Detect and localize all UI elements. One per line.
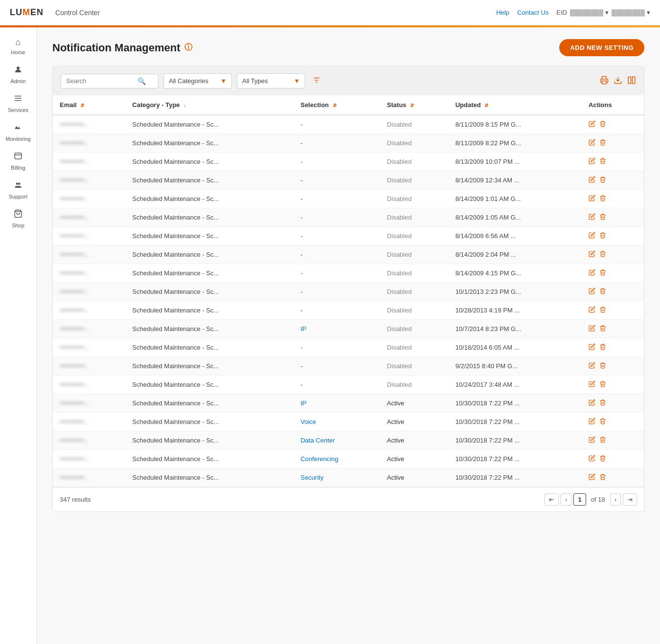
cell-status: Disabled bbox=[380, 134, 449, 153]
edit-icon[interactable] bbox=[589, 269, 595, 277]
sort-category-icon: ↓ bbox=[183, 103, 186, 108]
download-icon[interactable] bbox=[614, 76, 622, 87]
selection-link[interactable]: IP bbox=[300, 325, 306, 333]
table-row: ••••••••••••... Scheduled Maintenance - … bbox=[53, 431, 644, 450]
cell-updated: 10/18/2014 6:05 AM ... bbox=[449, 338, 582, 357]
edit-icon[interactable] bbox=[589, 157, 595, 166]
cell-email: ••••••••••••... bbox=[53, 208, 125, 227]
eid-dropdown[interactable]: ████████ ▾ bbox=[570, 9, 609, 16]
sidebar-item-monitoring[interactable]: Monitoring bbox=[0, 118, 36, 147]
col-selection[interactable]: Selection ⇵ bbox=[294, 95, 380, 115]
selection-link[interactable]: Data Center bbox=[300, 437, 335, 444]
cell-updated: 10/1/2013 2:23 PM G... bbox=[449, 283, 582, 301]
sidebar-item-shop[interactable]: Shop bbox=[0, 204, 36, 233]
edit-icon[interactable] bbox=[589, 213, 595, 222]
selection-link[interactable]: Security bbox=[300, 474, 323, 481]
edit-icon[interactable] bbox=[589, 139, 595, 147]
delete-icon[interactable] bbox=[599, 399, 606, 407]
delete-icon[interactable] bbox=[599, 288, 606, 296]
columns-icon[interactable] bbox=[627, 76, 636, 87]
delete-icon[interactable] bbox=[599, 436, 606, 444]
edit-icon[interactable] bbox=[589, 362, 595, 370]
delete-icon[interactable] bbox=[599, 213, 606, 222]
cell-status: Disabled bbox=[380, 190, 449, 208]
col-updated[interactable]: Updated ⇵ bbox=[449, 95, 582, 115]
selection-link[interactable]: Voice bbox=[300, 418, 316, 425]
cell-selection: - bbox=[294, 190, 380, 208]
print-icon[interactable] bbox=[600, 76, 609, 87]
edit-icon[interactable] bbox=[589, 288, 595, 296]
cell-category-type: Scheduled Maintenance - Sc... bbox=[125, 171, 294, 190]
sidebar-item-billing[interactable]: Billing bbox=[0, 147, 36, 176]
add-new-setting-button[interactable]: ADD NEW SETTING bbox=[559, 39, 644, 56]
cell-actions bbox=[582, 301, 644, 320]
help-circle-icon[interactable]: ⓘ bbox=[184, 43, 192, 53]
edit-icon[interactable] bbox=[589, 436, 595, 444]
delete-icon[interactable] bbox=[599, 139, 606, 147]
edit-icon[interactable] bbox=[589, 343, 595, 352]
delete-icon[interactable] bbox=[599, 380, 606, 389]
sidebar-item-home[interactable]: ⌂ Home bbox=[0, 32, 36, 60]
shop-icon bbox=[14, 209, 23, 221]
delete-icon[interactable] bbox=[599, 362, 606, 370]
cell-category-type: Scheduled Maintenance - Sc... bbox=[125, 264, 294, 283]
delete-icon[interactable] bbox=[599, 269, 606, 277]
cell-email: ••••••••••••... bbox=[53, 376, 125, 394]
cell-selection: - bbox=[294, 338, 380, 357]
col-status[interactable]: Status ⇵ bbox=[380, 95, 449, 115]
sidebar-item-services[interactable]: Services bbox=[0, 89, 36, 118]
delete-icon[interactable] bbox=[599, 195, 606, 203]
contact-link[interactable]: Contact Us bbox=[517, 9, 548, 16]
status-value: Active bbox=[387, 418, 404, 425]
col-email[interactable]: Email ⇵ bbox=[53, 95, 125, 115]
delete-icon[interactable] bbox=[599, 176, 606, 184]
current-page-button[interactable]: 1 bbox=[573, 493, 586, 506]
delete-icon[interactable] bbox=[599, 455, 606, 463]
delete-icon[interactable] bbox=[599, 343, 606, 352]
delete-icon[interactable] bbox=[599, 473, 606, 482]
search-input[interactable] bbox=[66, 77, 135, 85]
edit-icon[interactable] bbox=[589, 176, 595, 184]
edit-icon[interactable] bbox=[589, 455, 595, 463]
types-dropdown[interactable]: All Types ▼ bbox=[237, 73, 305, 89]
selection-link[interactable]: IP bbox=[300, 400, 306, 407]
next-page-button[interactable]: › bbox=[610, 493, 621, 506]
edit-icon[interactable] bbox=[589, 306, 595, 314]
selection-link[interactable]: Conferencing bbox=[300, 455, 338, 463]
sidebar-item-support[interactable]: Support bbox=[0, 176, 36, 204]
edit-icon[interactable] bbox=[589, 380, 595, 389]
edit-icon[interactable] bbox=[589, 250, 595, 259]
cell-status: Active bbox=[380, 413, 449, 431]
help-link[interactable]: Help bbox=[496, 9, 509, 16]
delete-icon[interactable] bbox=[599, 232, 606, 240]
pagination-controls: ⇤ ‹ 1 of 18 › ⇥ bbox=[545, 493, 637, 506]
col-category-type[interactable]: Category - Type ↓ bbox=[125, 95, 294, 115]
status-value: Disabled bbox=[387, 121, 412, 128]
delete-icon[interactable] bbox=[599, 250, 606, 259]
delete-icon[interactable] bbox=[599, 306, 606, 314]
edit-icon[interactable] bbox=[589, 473, 595, 482]
user-dropdown[interactable]: ████████ ▾ bbox=[612, 9, 650, 16]
delete-icon[interactable] bbox=[599, 325, 606, 333]
sidebar-item-admin[interactable]: Admin bbox=[0, 60, 36, 89]
delete-icon[interactable] bbox=[599, 157, 606, 166]
table-row: ••••••••••••... Scheduled Maintenance - … bbox=[53, 468, 644, 487]
delete-icon[interactable] bbox=[599, 418, 606, 426]
svg-rect-14 bbox=[633, 77, 635, 84]
first-page-button[interactable]: ⇤ bbox=[545, 493, 559, 506]
prev-page-button[interactable]: ‹ bbox=[561, 493, 571, 506]
cell-status: Disabled bbox=[380, 227, 449, 245]
delete-icon[interactable] bbox=[599, 120, 606, 129]
last-page-button[interactable]: ⇥ bbox=[623, 493, 637, 506]
email-value: ••••••••••••... bbox=[60, 158, 89, 165]
edit-icon[interactable] bbox=[589, 195, 595, 203]
advanced-filter-icon[interactable] bbox=[312, 76, 321, 87]
edit-icon[interactable] bbox=[589, 399, 595, 407]
edit-icon[interactable] bbox=[589, 120, 595, 129]
edit-icon[interactable] bbox=[589, 325, 595, 333]
edit-icon[interactable] bbox=[589, 418, 595, 426]
search-icon[interactable]: 🔍 bbox=[137, 77, 146, 85]
edit-icon[interactable] bbox=[589, 232, 595, 240]
categories-dropdown[interactable]: All Categories ▼ bbox=[163, 73, 232, 89]
types-label: All Types bbox=[242, 77, 268, 85]
